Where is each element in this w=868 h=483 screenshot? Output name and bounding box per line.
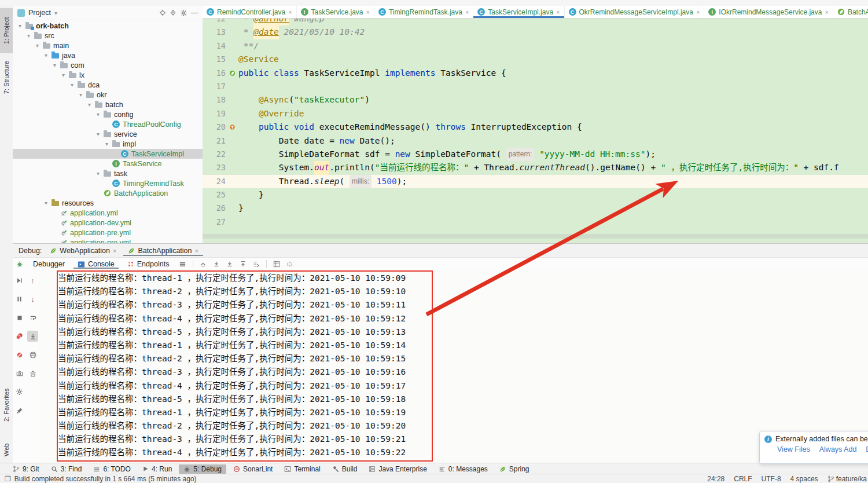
editor-area[interactable]: CRemindController.java×ITaskService.java… — [203, 6, 868, 243]
clear-button[interactable] — [27, 368, 38, 379]
resume-button[interactable] — [14, 275, 25, 286]
tree-chevron-icon[interactable]: ▾ — [35, 42, 40, 49]
session-tab-BatchApplication[interactable]: BatchApplication× — [123, 246, 203, 256]
tree-item-BatchApplication[interactable]: BatchApplication — [13, 188, 203, 198]
close-icon[interactable]: × — [366, 9, 370, 16]
close-icon[interactable]: × — [465, 9, 469, 16]
console-area[interactable]: 当前运行线的程名称：thread-1 ，执行定时任务了,执行时间为：2021-0… — [39, 270, 868, 463]
tree-chevron-icon[interactable]: ▾ — [69, 82, 75, 88]
settings-button[interactable] — [14, 386, 25, 397]
camera-button[interactable] — [14, 368, 25, 379]
tree-item-TaskServiceImpl[interactable]: CTaskServiceImpl — [13, 149, 203, 159]
editor-tab-BatchApplication.java[interactable]: BatchApplication.java× — [833, 6, 868, 18]
tree-item-batch[interactable]: ▾batch — [13, 100, 203, 109]
up-button[interactable]: ↑ — [27, 275, 38, 286]
tree-item-application-pro.yml[interactable]: application-pro.yml — [13, 237, 203, 243]
stripe-item-structure[interactable]: 7: Structure — [0, 51, 13, 104]
notification-action-Don't A[interactable]: Don't A — [866, 445, 868, 453]
tree-item-resources[interactable]: ▾resources — [13, 198, 203, 208]
grid-icon[interactable] — [273, 261, 280, 268]
editor-tab-TaskService.java[interactable]: ITaskService.java× — [297, 6, 374, 18]
tree-chevron-icon[interactable]: ▾ — [43, 52, 49, 58]
print-button[interactable] — [27, 349, 38, 360]
tree-item-ThreadPoolConfig[interactable]: CThreadPoolConfig — [13, 119, 203, 129]
editor-tab-RemindController.java[interactable]: CRemindController.java× — [203, 6, 297, 18]
stack-down-icon[interactable] — [213, 261, 220, 268]
editor-tab-TimingRemindTask.java[interactable]: CTimingRemindTask.java× — [374, 6, 473, 18]
close-icon[interactable]: × — [195, 247, 198, 254]
close-icon[interactable]: × — [556, 9, 560, 16]
toolbar-item-6: TODO[interactable]: 6: TODO — [89, 464, 135, 474]
close-icon[interactable]: × — [825, 9, 828, 16]
tree-chevron-icon[interactable]: ▾ — [95, 111, 101, 118]
toolbar-item-Build[interactable]: Build — [328, 464, 362, 474]
toolbar-item-0: Messages[interactable]: 0: Messages — [434, 464, 492, 474]
spring-bean-gutter-icon[interactable] — [226, 70, 238, 76]
gear-icon[interactable] — [180, 9, 187, 17]
horizontal-scrollbar[interactable] — [203, 234, 868, 239]
stack-up-icon[interactable] — [240, 261, 247, 268]
tool-tab-Debugger[interactable]: Debugger — [29, 259, 69, 269]
tree-item-okr[interactable]: ▾okr — [13, 90, 203, 100]
tree-chevron-icon[interactable]: ▾ — [43, 200, 49, 206]
tree-chevron-icon[interactable]: ▾ — [17, 23, 23, 29]
collapse-all-icon[interactable] — [170, 9, 176, 16]
tree-item-com[interactable]: ▾com — [13, 60, 203, 70]
goto-caret-icon[interactable] — [253, 261, 260, 268]
tree-item-application-dev.yml[interactable]: application-dev.yml — [13, 218, 203, 228]
notification-action-View Files[interactable]: View Files — [777, 445, 810, 453]
stop-button[interactable] — [14, 312, 25, 323]
toolbar-item-5: Debug[interactable]: 5: Debug — [179, 464, 226, 474]
chevron-down-icon[interactable]: ▾ — [54, 10, 57, 16]
tree-item-application-pre.yml[interactable]: application-pre.yml — [13, 228, 203, 237]
toolbar-item-9: Git[interactable]: 9: Git — [8, 464, 44, 474]
tree-chevron-icon[interactable]: ▾ — [26, 32, 31, 39]
tree-chevron-icon[interactable]: ▾ — [104, 141, 109, 147]
git-branch-widget[interactable]: feature/ka — [827, 475, 867, 483]
tree-item-java[interactable]: ▾java — [13, 50, 203, 60]
toolbar-item-Spring[interactable]: Spring — [495, 464, 534, 474]
locate-file-icon[interactable] — [159, 9, 166, 16]
pin-button[interactable] — [14, 405, 25, 416]
tree-item-main[interactable]: ▾main — [13, 41, 203, 50]
tool-tab-Endpoints[interactable]: Endpoints — [123, 259, 174, 269]
tree-chevron-icon[interactable]: ▾ — [95, 131, 101, 137]
tree-chevron-icon[interactable]: ▾ — [87, 101, 92, 108]
code-viewport[interactable]: 12 * @author wangcp13 * @date 2021/05/10… — [203, 12, 868, 243]
tree-item-TaskService[interactable]: ITaskService — [13, 159, 203, 169]
close-icon[interactable]: × — [288, 9, 292, 16]
tree-chevron-icon[interactable]: ▾ — [52, 62, 57, 68]
tree-item-src[interactable]: ▾src — [13, 31, 203, 41]
session-tab-WebApplication[interactable]: WebApplication× — [45, 246, 121, 256]
status-item-CRLF[interactable]: CRLF — [734, 475, 752, 483]
mute-breakpoints-button[interactable] — [14, 349, 25, 360]
soft-wrap-button[interactable] — [27, 312, 38, 323]
notification-action-Always Add[interactable]: Always Add — [819, 445, 857, 453]
editor-tab-TaskServiceImpl.java[interactable]: CTaskServiceImpl.java× — [473, 6, 564, 18]
expand-up-icon[interactable] — [200, 261, 207, 268]
stripe-item-project[interactable]: 1: Project — [0, 8, 13, 53]
tree-item-lx[interactable]: ▾lx — [13, 70, 203, 80]
down-button[interactable]: ↓ — [27, 294, 38, 305]
tree-chevron-icon[interactable]: ▾ — [95, 170, 101, 177]
tool-tab-Console[interactable]: Console — [73, 259, 119, 269]
toolbar-item-3: Find[interactable]: 3: Find — [46, 464, 87, 474]
editor-tab-OkrRemindMessageServiceImpl.java[interactable]: COkrRemindMessageServiceImpl.java× — [565, 6, 705, 18]
stack-down2-icon[interactable] — [226, 261, 233, 268]
stripe-item-favorites[interactable]: 2: Favorites — [0, 376, 13, 433]
hide-panel-icon[interactable]: — — [191, 9, 198, 16]
view-breakpoints-button[interactable] — [14, 331, 25, 342]
status-item-24:28[interactable]: 24:28 — [707, 475, 724, 483]
pause-button[interactable] — [14, 294, 25, 305]
tree-item-ork-batch[interactable]: ▾ork-batch — [13, 21, 203, 31]
tree-item-task[interactable]: ▾task — [13, 169, 203, 178]
tree-item-dca[interactable]: ▾dca — [13, 80, 203, 90]
close-icon[interactable]: × — [696, 9, 700, 16]
tree-item-impl[interactable]: ▾impl — [13, 139, 203, 149]
tree-chevron-icon[interactable]: ▾ — [61, 72, 66, 78]
compare-icon[interactable] — [286, 261, 293, 268]
editor-tab-IOkrRemindMessageService.java[interactable]: IIOkrRemindMessageService.java× — [704, 6, 833, 18]
close-icon[interactable]: × — [113, 247, 116, 254]
menu-icon[interactable] — [179, 261, 186, 268]
tree-chevron-icon[interactable]: ▾ — [78, 92, 83, 98]
